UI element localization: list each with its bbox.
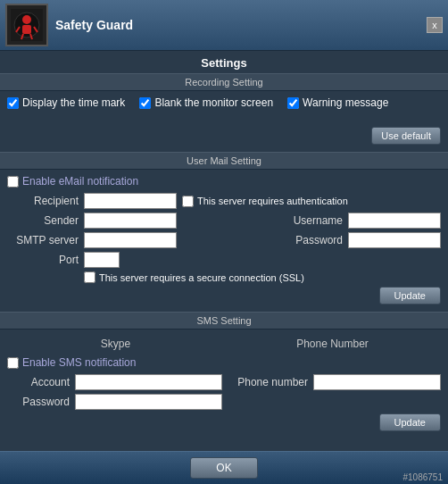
window-title: Safety Guard <box>55 18 419 32</box>
password-label: Password <box>182 234 343 246</box>
blank-monitor-label: Blank the monitor screen <box>154 96 273 109</box>
ok-button[interactable]: OK <box>190 457 257 479</box>
sms-update-button[interactable]: Update <box>379 413 441 431</box>
enable-sms-option[interactable]: Enable SMS notification <box>7 356 441 369</box>
mail-update-button[interactable]: Update <box>379 287 441 305</box>
blank-monitor-checkbox[interactable] <box>139 97 151 109</box>
account-input[interactable] <box>75 374 222 390</box>
svg-rect-3 <box>22 25 31 34</box>
app-icon <box>5 4 48 46</box>
phone-number-label: Phone number <box>228 376 308 388</box>
ssl-label: This server requires a secure connection… <box>99 272 304 283</box>
ssl-checkbox[interactable] <box>84 271 95 283</box>
sms-password-input[interactable] <box>75 394 222 410</box>
server-auth-option[interactable]: This server requires authentication <box>182 196 441 207</box>
recipient-input[interactable] <box>84 193 177 209</box>
app-icon-svg <box>11 9 43 41</box>
display-time-mark-option[interactable]: Display the time mark <box>7 96 125 109</box>
settings-title: Settings <box>0 51 448 73</box>
smtp-label: SMTP server <box>7 234 79 246</box>
phone-number-input[interactable] <box>313 374 441 390</box>
port-label: Port <box>7 254 79 266</box>
sender-label: Sender <box>7 214 79 227</box>
sms-section-header: SMS Setting <box>0 312 448 330</box>
port-row: Port <box>7 252 441 268</box>
recording-section-header: Recording Setting <box>0 73 448 91</box>
main-panel: Settings Recording Setting Display the t… <box>0 51 448 451</box>
enable-email-option[interactable]: Enable eMail notification <box>7 175 441 188</box>
ssl-option[interactable]: This server requires a secure connection… <box>84 271 304 283</box>
enable-sms-checkbox[interactable] <box>7 357 19 369</box>
port-input[interactable] <box>84 252 120 268</box>
username-input[interactable] <box>348 213 441 229</box>
sms-column-headers: Skype Phone Number <box>7 335 441 353</box>
display-time-mark-label: Display the time mark <box>22 96 125 109</box>
mail-section-header: User Mail Setting <box>0 152 448 170</box>
warning-message-label: Warning message <box>303 96 388 109</box>
server-auth-label-text: This server requires authentication <box>197 196 348 206</box>
recording-options-row: Display the time mark Blank the monitor … <box>7 96 441 145</box>
phone-number-header: Phone Number <box>224 335 441 353</box>
sms-form-grid: Account Phone number Password <box>7 374 441 410</box>
close-button[interactable]: x <box>427 17 443 33</box>
enable-email-label: Enable eMail notification <box>22 175 138 188</box>
use-default-button[interactable]: Use default <box>371 127 441 145</box>
recording-section: Display the time mark Blank the monitor … <box>0 96 448 152</box>
sms-password-label: Password <box>7 396 70 408</box>
warning-message-checkbox[interactable] <box>287 97 299 109</box>
mail-password-input[interactable] <box>348 232 441 248</box>
recipient-label: Recipient <box>7 195 79 207</box>
enable-email-checkbox[interactable] <box>7 176 19 188</box>
display-time-mark-checkbox[interactable] <box>7 97 19 109</box>
watermark: #1086751 <box>403 472 444 482</box>
server-auth-checkbox[interactable] <box>182 196 194 207</box>
skype-header: Skype <box>7 335 224 353</box>
username-label: Username <box>182 214 343 227</box>
ssl-row: This server requires a secure connection… <box>84 271 441 283</box>
blank-monitor-option[interactable]: Blank the monitor screen <box>139 96 273 109</box>
mail-section: Enable eMail notification Recipient This… <box>0 175 448 312</box>
mail-form-grid: Recipient This server requires authentic… <box>7 193 441 248</box>
svg-point-2 <box>22 15 31 24</box>
account-label: Account <box>7 376 70 388</box>
smtp-input[interactable] <box>84 232 177 248</box>
sender-input[interactable] <box>84 213 177 229</box>
warning-message-option[interactable]: Warning message <box>287 96 388 109</box>
bottom-bar: OK <box>0 451 448 484</box>
enable-sms-label: Enable SMS notification <box>22 356 136 369</box>
sms-section: Skype Phone Number Enable SMS notificati… <box>0 335 448 438</box>
title-bar: Safety Guard x <box>0 0 448 51</box>
